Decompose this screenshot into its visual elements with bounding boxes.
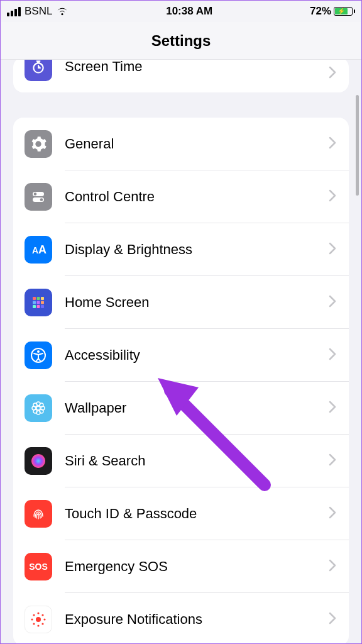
row-accessibility[interactable]: Accessibility	[13, 329, 349, 382]
siri-icon	[25, 447, 52, 475]
wifi-icon	[56, 7, 69, 16]
status-time: 10:38 AM	[166, 5, 212, 18]
row-label: Display & Brightness	[65, 242, 329, 258]
svg-rect-10	[37, 301, 40, 304]
row-label: Wallpaper	[65, 400, 329, 416]
svg-point-26	[31, 454, 45, 468]
chevron-right-icon	[329, 242, 336, 257]
chevron-right-icon	[329, 189, 336, 204]
chevron-right-icon	[329, 295, 336, 310]
battery-icon: ⚡	[334, 7, 355, 16]
row-control-centre[interactable]: Control Centre	[13, 170, 349, 223]
row-siri-search[interactable]: Siri & Search	[13, 435, 349, 487]
fingerprint-icon	[25, 500, 52, 528]
svg-point-35	[41, 623, 43, 625]
svg-point-17	[36, 406, 40, 410]
row-exposure-notifications[interactable]: Exposure Notifications	[13, 593, 349, 643]
svg-point-1	[34, 192, 37, 196]
sos-icon: SOS	[25, 553, 52, 580]
text-size-icon: AA	[25, 236, 52, 264]
scrollbar-indicator	[356, 95, 359, 196]
page-title: Settings	[151, 32, 211, 50]
row-general[interactable]: General	[13, 118, 349, 170]
row-label: Emergency SOS	[65, 558, 329, 575]
svg-text:A: A	[38, 243, 47, 256]
gear-icon	[25, 130, 52, 158]
chevron-right-icon	[329, 559, 336, 574]
row-label: Exposure Notifications	[65, 611, 329, 628]
carrier-label: BSNL	[25, 5, 52, 18]
row-label: Control Centre	[65, 189, 329, 205]
toggles-icon	[25, 183, 52, 211]
status-bar: BSNL 10:38 AM 72% ⚡	[1, 1, 361, 22]
chevron-right-icon	[329, 348, 336, 363]
svg-point-30	[31, 618, 33, 620]
svg-point-34	[33, 623, 35, 625]
chevron-right-icon	[329, 136, 336, 152]
svg-rect-8	[41, 297, 44, 300]
row-label: General	[65, 136, 329, 152]
row-display-brightness[interactable]: AA Display & Brightness	[13, 223, 349, 276]
app-grid-icon	[25, 289, 52, 316]
screen-time-icon	[25, 60, 52, 81]
settings-group-2: General Control Centre AA Display & Brig…	[13, 118, 349, 643]
svg-rect-14	[41, 305, 44, 308]
row-label: Home Screen	[65, 294, 329, 311]
row-home-screen[interactable]: Home Screen	[13, 276, 349, 329]
cellular-signal-icon	[7, 7, 21, 16]
svg-rect-11	[41, 301, 44, 304]
chevron-right-icon	[329, 66, 336, 81]
svg-rect-12	[33, 305, 36, 308]
svg-point-32	[33, 614, 35, 616]
chevron-right-icon	[329, 401, 336, 416]
flower-icon	[25, 394, 52, 422]
nav-bar: Settings	[1, 22, 361, 60]
chevron-right-icon	[329, 506, 336, 521]
row-touch-id-passcode[interactable]: Touch ID & Passcode	[13, 487, 349, 540]
exposure-icon	[25, 606, 52, 633]
settings-group-1: Screen Time	[13, 60, 349, 92]
svg-rect-6	[33, 297, 36, 300]
svg-text:A: A	[32, 245, 38, 255]
row-emergency-sos[interactable]: SOS Emergency SOS	[13, 540, 349, 593]
row-label: Screen Time	[65, 60, 329, 75]
row-label: Touch ID & Passcode	[65, 506, 329, 522]
chevron-right-icon	[329, 612, 336, 627]
chevron-right-icon	[329, 453, 336, 469]
row-wallpaper[interactable]: Wallpaper	[13, 382, 349, 435]
row-screen-time[interactable]: Screen Time	[13, 60, 349, 92]
accessibility-icon	[25, 341, 52, 369]
svg-point-31	[43, 618, 45, 620]
svg-point-16	[37, 350, 40, 353]
svg-point-29	[37, 625, 39, 626]
svg-rect-7	[37, 297, 40, 300]
battery-percentage: 72%	[310, 5, 331, 18]
svg-rect-9	[33, 301, 36, 304]
row-label: Accessibility	[65, 347, 329, 364]
svg-point-3	[40, 198, 43, 201]
svg-point-28	[37, 612, 39, 614]
svg-point-27	[36, 617, 41, 622]
row-label: Siri & Search	[65, 453, 329, 469]
svg-point-33	[41, 614, 43, 616]
svg-rect-13	[37, 305, 40, 308]
